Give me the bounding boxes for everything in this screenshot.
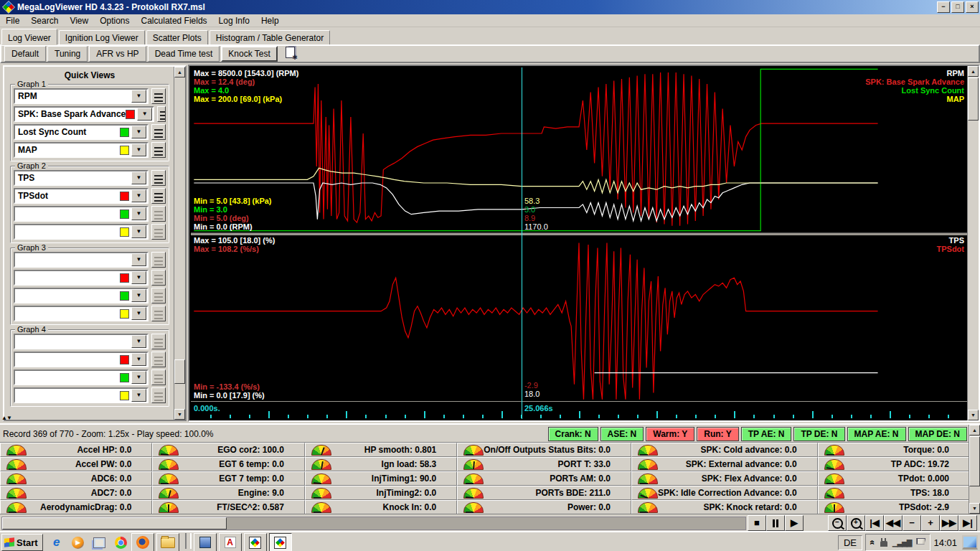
tab-scatter-plots[interactable]: Scatter Plots xyxy=(146,30,208,44)
time-axis[interactable]: 0.000s. 25.066s xyxy=(191,401,967,419)
chevron-down-icon[interactable]: ▼ xyxy=(131,389,146,402)
channel-menu-button[interactable] xyxy=(151,224,166,240)
task-acrobat-icon[interactable]: A xyxy=(219,533,242,551)
menu-log-info[interactable]: Log Info xyxy=(213,15,255,27)
channel-menu-button[interactable] xyxy=(151,188,166,204)
scroll-up-icon[interactable]: ▲ xyxy=(174,67,185,77)
flag-icon[interactable] xyxy=(916,538,925,545)
chevron-up-icon[interactable]: « xyxy=(867,540,877,545)
menu-calculated-fields[interactable]: Calculated Fields xyxy=(136,15,213,27)
channel-menu-button[interactable] xyxy=(151,270,166,286)
zoom-in-button[interactable]: + xyxy=(847,515,865,531)
channel-select[interactable]: ▼ xyxy=(14,270,149,286)
channel-select[interactable]: ▼ xyxy=(14,224,149,240)
channel-select[interactable]: ▼ xyxy=(14,252,149,268)
menu-file[interactable]: File xyxy=(0,15,25,27)
gauge-cell[interactable]: FT/SEC^2: 0.587 xyxy=(152,500,304,514)
view-tab-default[interactable]: Default xyxy=(4,46,46,62)
graph1-plot[interactable]: Max = 8500.0 [1543.0] (RPM)Max = 12.4 (d… xyxy=(191,67,967,232)
quicklaunch-ie-icon[interactable]: e xyxy=(49,534,65,550)
menu-help[interactable]: Help xyxy=(255,15,285,27)
gauge-cell[interactable]: SPK: Flex Advance: 0.0 xyxy=(631,471,818,486)
gauge-cell[interactable]: Ign load: 58.3 xyxy=(305,457,457,471)
chevron-down-icon[interactable]: ▼ xyxy=(131,126,146,138)
channel-menu-button[interactable] xyxy=(151,206,166,222)
splitter-arrows-icon[interactable]: ▲▼ xyxy=(1,415,11,421)
view-tab-afr-vs-hp[interactable]: AFR vs HP xyxy=(89,46,146,62)
graph2-plot[interactable]: Max = 105.0 [18.0] (%)Max = 108.2 (%/s) … xyxy=(191,235,967,401)
task-mlv-icon[interactable] xyxy=(244,533,267,551)
scroll-up-icon[interactable]: ▲ xyxy=(968,66,979,77)
new-view-button[interactable]: ✱ xyxy=(282,47,299,61)
view-tab-tuning[interactable]: Tuning xyxy=(47,46,88,62)
gauge-cell[interactable]: Accel HP: 0.0 xyxy=(0,443,152,457)
step-plus-button[interactable]: + xyxy=(921,515,940,531)
channel-select[interactable]: ▼ xyxy=(14,387,149,403)
channel-select[interactable]: ▼ xyxy=(14,352,149,367)
gauge-cell[interactable]: TP ADC: 19.72 xyxy=(818,457,970,471)
menu-search[interactable]: Search xyxy=(25,15,64,27)
gauge-cell[interactable]: TPSdot: -2.9 xyxy=(818,500,970,514)
gauge-cell[interactable]: InjTiming1: 90.0 xyxy=(305,471,457,486)
view-tab-dead-time-test[interactable]: Dead Time test xyxy=(148,46,220,62)
gauge-cell[interactable]: SPK: Idle Correction Advance: 0.0 xyxy=(631,486,818,500)
channel-menu-button[interactable] xyxy=(151,387,166,403)
channel-menu-button[interactable] xyxy=(151,288,166,303)
network-signal-icon[interactable]: ▁▃▅▇ xyxy=(892,539,912,547)
skip-end-button[interactable]: ▶| xyxy=(958,515,977,531)
channel-select[interactable]: ▼ xyxy=(14,334,149,349)
chevron-down-icon[interactable]: ▼ xyxy=(131,225,146,238)
graph-area[interactable]: Max = 8500.0 [1543.0] (RPM)Max = 12.4 (d… xyxy=(188,65,980,422)
maximize-button[interactable]: □ xyxy=(951,1,964,13)
gauge-cell[interactable]: PORT T: 33.0 xyxy=(457,457,631,471)
gauge-cell[interactable]: Knock In: 0.0 xyxy=(305,500,457,514)
pause-button[interactable] xyxy=(766,515,785,531)
horizontal-scrollbar[interactable] xyxy=(1,517,746,530)
scroll-down-icon[interactable]: ▼ xyxy=(968,410,979,420)
gauge-cell[interactable]: Accel PW: 0.0 xyxy=(0,457,152,471)
gauge-cell[interactable]: Engine: 9.0 xyxy=(152,486,304,500)
gauge-cell[interactable]: PORTs BDE: 211.0 xyxy=(457,486,631,500)
gauge-cell[interactable]: TPdot: 0.000 xyxy=(818,471,970,486)
show-desktop-icon[interactable] xyxy=(962,535,978,550)
channel-menu-button[interactable] xyxy=(151,170,166,186)
gauge-cell[interactable]: SPK: Knock retard: 0.0 xyxy=(631,500,818,514)
channel-menu-button[interactable] xyxy=(151,124,166,140)
chevron-down-icon[interactable]: ▼ xyxy=(131,90,146,103)
scroll-up-icon[interactable]: ▲ xyxy=(969,425,980,435)
chevron-down-icon[interactable]: ▼ xyxy=(131,353,146,366)
chevron-down-icon[interactable]: ▼ xyxy=(131,307,146,320)
task-app-icon[interactable] xyxy=(194,533,217,551)
close-button[interactable]: × xyxy=(966,1,979,13)
scroll-down-icon[interactable]: ▼ xyxy=(969,503,980,514)
cursor-line[interactable] xyxy=(522,67,522,419)
graph-scrollbar[interactable]: ▲ ▼ xyxy=(967,66,979,420)
gauge-cell[interactable]: EGO cor2: 100.0 xyxy=(152,443,304,457)
gauge-cell[interactable]: SPK: External advance: 0.0 xyxy=(631,457,818,471)
skip-start-button[interactable]: |◀ xyxy=(865,515,884,531)
channel-select[interactable]: RPM▼ xyxy=(14,88,149,104)
scroll-thumb[interactable] xyxy=(969,436,980,486)
quicklaunch-media-player-icon[interactable]: ▶ xyxy=(70,534,86,550)
chevron-down-icon[interactable]: ▼ xyxy=(137,108,152,121)
gauge-cell[interactable]: ADC7: 0.0 xyxy=(0,486,152,500)
view-tab-knock-test[interactable]: Knock Test xyxy=(221,46,277,62)
channel-select[interactable]: ▼ xyxy=(14,288,149,303)
channel-select[interactable]: Lost Sync Count▼ xyxy=(14,124,149,140)
rewind-button[interactable]: ◀◀ xyxy=(884,515,903,531)
channel-select[interactable]: SPK: Base Spark Advance▼ xyxy=(14,106,154,122)
channel-select[interactable]: MAP▼ xyxy=(14,142,149,158)
channel-menu-button[interactable] xyxy=(151,142,166,158)
channel-select[interactable]: TPSdot▼ xyxy=(14,188,149,204)
channel-menu-button[interactable] xyxy=(151,306,166,321)
channel-menu-button[interactable] xyxy=(151,88,166,104)
channel-select[interactable]: TPS▼ xyxy=(14,170,149,186)
chevron-down-icon[interactable]: ▼ xyxy=(131,371,146,384)
channel-select[interactable]: ▼ xyxy=(14,206,149,222)
play-button[interactable]: ▶ xyxy=(785,515,804,531)
gauge-cell[interactable]: InjTiming2: 0.0 xyxy=(305,486,457,500)
gauge-scrollbar[interactable]: ▲ ▼ xyxy=(969,425,980,514)
channel-select[interactable]: ▼ xyxy=(14,306,149,321)
chevron-down-icon[interactable]: ▼ xyxy=(131,189,146,202)
gauge-cell[interactable]: On/Off Outputs Status Bits: 0.0 xyxy=(457,443,631,457)
